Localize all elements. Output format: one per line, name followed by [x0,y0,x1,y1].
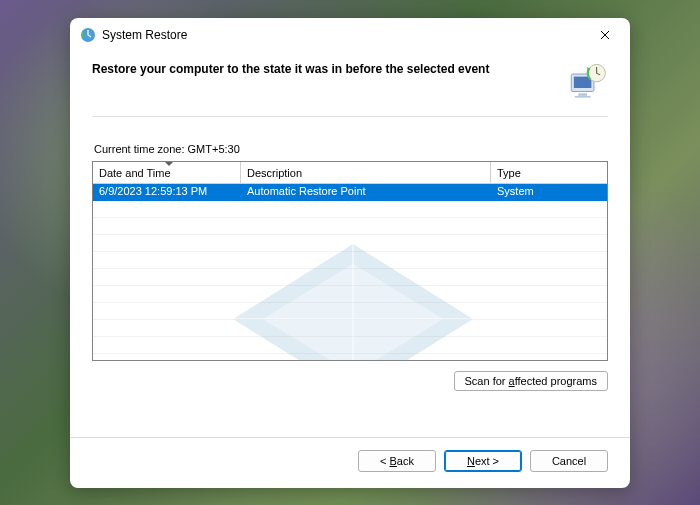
column-label: Date and Time [99,167,171,179]
column-type[interactable]: Type [491,162,607,183]
table-body: 6/9/2023 12:59:13 PM Automatic Restore P… [93,184,607,354]
svg-rect-4 [578,93,587,96]
titlebar: System Restore [70,18,630,52]
dialog-content: Restore your computer to the state it wa… [70,52,630,437]
empty-rows [93,201,607,354]
close-icon [600,30,610,40]
column-label: Type [497,167,521,179]
system-restore-large-icon [566,60,608,102]
next-button[interactable]: Next > [444,450,522,472]
svg-rect-5 [575,96,591,98]
system-restore-dialog: System Restore Restore your computer to … [70,18,630,488]
column-date-time[interactable]: Date and Time [93,162,241,183]
restore-points-table[interactable]: Date and Time Description Type 6/9/2023 … [92,161,608,361]
button-label: Next > [467,455,499,467]
column-label: Description [247,167,302,179]
divider [92,116,608,117]
cell-description: Automatic Restore Point [241,184,491,201]
back-button[interactable]: < Back [358,450,436,472]
table-row[interactable]: 6/9/2023 12:59:13 PM Automatic Restore P… [93,184,607,201]
heading-row: Restore your computer to the state it wa… [92,52,608,116]
button-label: Scan for affected programs [465,375,598,387]
timezone-label: Current time zone: GMT+5:30 [94,143,608,155]
table-header: Date and Time Description Type [93,162,607,184]
dialog-footer: < Back Next > Cancel [70,437,630,488]
sort-descending-icon [165,162,173,166]
scan-affected-programs-button[interactable]: Scan for affected programs [454,371,609,391]
cell-type: System [491,184,607,201]
column-description[interactable]: Description [241,162,491,183]
window-title: System Restore [102,28,584,42]
cell-date-time: 6/9/2023 12:59:13 PM [93,184,241,201]
system-restore-icon [80,27,96,43]
cancel-button[interactable]: Cancel [530,450,608,472]
close-button[interactable] [590,23,620,47]
scan-row: Scan for affected programs [92,371,608,391]
page-heading: Restore your computer to the state it wa… [92,60,556,78]
button-label: < Back [380,455,414,467]
